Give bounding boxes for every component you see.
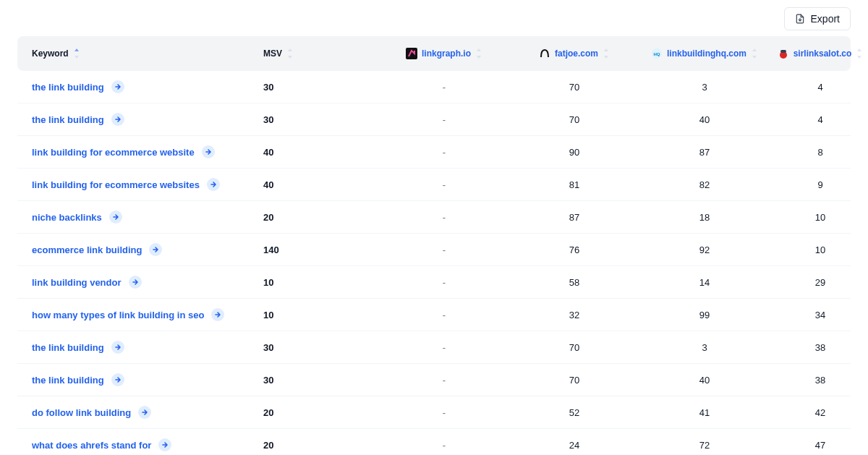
- table-row: link building vendor10-581429: [17, 266, 851, 299]
- table-row: what does ahrefs stand for20-247247: [17, 429, 851, 455]
- linkbuildinghq-icon: HQ: [651, 48, 663, 59]
- open-keyword-icon[interactable]: [111, 341, 124, 354]
- table-row: link building for ecommerce websites40-8…: [17, 169, 851, 201]
- open-keyword-icon[interactable]: [138, 406, 151, 419]
- table-row: link building for ecommerce website40-90…: [17, 136, 851, 169]
- open-keyword-icon[interactable]: [109, 211, 122, 224]
- table-row: the link building30-70338: [17, 331, 851, 364]
- competitor-value-cell: 70: [509, 375, 639, 386]
- competitor-value-cell: 41: [639, 407, 770, 418]
- competitor-domain-label: linkbuildinghq.com: [667, 48, 746, 59]
- competitor-value-cell: 9: [770, 179, 868, 190]
- competitor-value-cell: 3: [639, 82, 770, 93]
- competitor-value-cell: -: [379, 244, 509, 255]
- competitor-value-cell: -: [379, 342, 509, 353]
- keyword-link[interactable]: ecommerce link building: [32, 244, 142, 255]
- competitor-value-cell: 87: [509, 212, 639, 223]
- table-row: the link building30-70404: [17, 103, 851, 136]
- keyword-link[interactable]: link building for ecommerce websites: [32, 179, 200, 190]
- col-competitor-3[interactable]: sirlinksalot.co: [770, 48, 868, 59]
- open-keyword-icon[interactable]: [111, 373, 124, 386]
- sort-icon: [603, 48, 610, 59]
- competitor-value-cell: -: [379, 310, 509, 320]
- competitor-value-cell: 38: [770, 342, 868, 353]
- svg-text:HQ: HQ: [654, 52, 660, 56]
- col-competitor-0[interactable]: linkgraph.io: [379, 48, 509, 59]
- msv-cell: 30: [263, 375, 379, 386]
- sort-icon: [475, 48, 482, 59]
- open-keyword-icon[interactable]: [111, 80, 124, 93]
- keyword-link[interactable]: the link building: [32, 342, 104, 353]
- keyword-link[interactable]: the link building: [32, 82, 104, 93]
- open-keyword-icon[interactable]: [149, 243, 162, 256]
- svg-rect-1: [406, 48, 417, 59]
- open-keyword-icon[interactable]: [202, 145, 215, 158]
- competitor-value-cell: 8: [770, 147, 868, 158]
- keyword-link[interactable]: link building for ecommerce website: [32, 147, 195, 158]
- sort-icon: [856, 48, 863, 59]
- competitor-value-cell: -: [379, 375, 509, 386]
- competitor-value-cell: 24: [509, 440, 639, 451]
- open-keyword-icon[interactable]: [207, 178, 220, 191]
- competitor-value-cell: -: [379, 147, 509, 158]
- msv-cell: 140: [263, 244, 379, 255]
- table-row: niche backlinks20-871810: [17, 201, 851, 234]
- msv-cell: 30: [263, 82, 379, 93]
- competitor-value-cell: 32: [509, 310, 639, 320]
- competitor-value-cell: 99: [639, 310, 770, 320]
- competitor-value-cell: -: [379, 440, 509, 451]
- keyword-link[interactable]: do follow link building: [32, 407, 131, 418]
- competitor-value-cell: 81: [509, 179, 639, 190]
- keyword-cell: do follow link building: [32, 406, 263, 419]
- keyword-link[interactable]: how many types of link building in seo: [32, 310, 204, 320]
- msv-cell: 20: [263, 212, 379, 223]
- keyword-cell: the link building: [32, 113, 263, 126]
- table-row: the link building30-704038: [17, 364, 851, 396]
- table-row: the link building30-7034: [17, 71, 851, 103]
- keyword-link[interactable]: niche backlinks: [32, 212, 102, 223]
- competitor-value-cell: 3: [639, 342, 770, 353]
- sort-icon: [751, 48, 758, 59]
- table-header: Keyword MSV linkgraph.io: [17, 36, 851, 71]
- competitor-value-cell: 4: [770, 82, 868, 93]
- competitor-value-cell: -: [379, 212, 509, 223]
- competitor-domain-label: sirlinksalot.co: [793, 48, 852, 59]
- competitor-value-cell: 29: [770, 277, 868, 288]
- keyword-cell: the link building: [32, 80, 263, 93]
- competitor-value-cell: -: [379, 407, 509, 418]
- keyword-link[interactable]: the link building: [32, 114, 104, 125]
- open-keyword-icon[interactable]: [158, 438, 171, 451]
- keyword-cell: niche backlinks: [32, 211, 263, 224]
- competitor-value-cell: 47: [770, 440, 868, 451]
- fatjoe-icon: [539, 48, 550, 59]
- keyword-cell: what does ahrefs stand for: [32, 438, 263, 451]
- file-icon: [795, 14, 805, 24]
- competitor-value-cell: 4: [770, 114, 868, 125]
- competitor-value-cell: 14: [639, 277, 770, 288]
- open-keyword-icon[interactable]: [211, 308, 224, 321]
- keyword-cell: link building for ecommerce website: [32, 145, 263, 158]
- col-msv[interactable]: MSV: [263, 48, 379, 59]
- keyword-cell: ecommerce link building: [32, 243, 263, 256]
- competitor-value-cell: 72: [639, 440, 770, 451]
- col-competitor-1[interactable]: fatjoe.com: [509, 48, 639, 59]
- keyword-link[interactable]: link building vendor: [32, 277, 122, 288]
- open-keyword-icon[interactable]: [129, 276, 142, 289]
- col-competitor-2[interactable]: HQ linkbuildinghq.com: [639, 48, 770, 59]
- competitor-value-cell: -: [379, 114, 509, 125]
- export-button[interactable]: Export: [784, 7, 851, 30]
- open-keyword-icon[interactable]: [111, 113, 124, 126]
- keyword-link[interactable]: the link building: [32, 375, 104, 386]
- msv-cell: 10: [263, 310, 379, 320]
- competitor-value-cell: 10: [770, 212, 868, 223]
- keyword-cell: the link building: [32, 341, 263, 354]
- svg-rect-5: [780, 50, 786, 53]
- keyword-link[interactable]: what does ahrefs stand for: [32, 440, 151, 451]
- keyword-cell: how many types of link building in seo: [32, 308, 263, 321]
- sort-icon: [73, 48, 80, 59]
- competitor-value-cell: 52: [509, 407, 639, 418]
- competitor-value-cell: 70: [509, 82, 639, 93]
- msv-cell: 40: [263, 179, 379, 190]
- competitor-value-cell: 18: [639, 212, 770, 223]
- col-keyword[interactable]: Keyword: [32, 48, 263, 59]
